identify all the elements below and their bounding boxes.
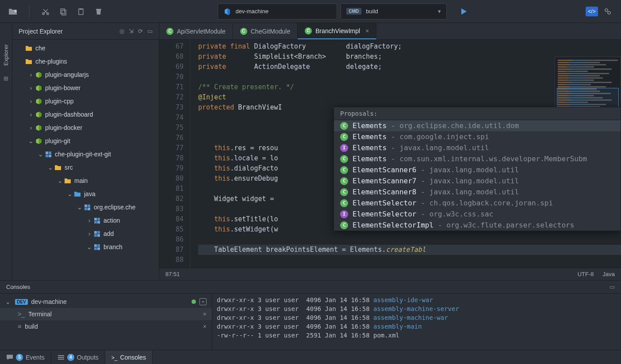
tree-node[interactable]: ›plugin-cpp [12, 95, 159, 108]
proposal-item[interactable]: CElementSelector - ch.qos.logback.core.j… [334, 197, 621, 209]
svg-rect-11 [49, 155, 51, 157]
new-file-button[interactable] [7, 5, 19, 18]
terminal-output[interactable]: drwxr-xr-x 3 user user 4096 Jan 14 16:58… [212, 294, 621, 350]
panel-minimize-icon[interactable]: ▭ [610, 284, 615, 290]
locate-icon[interactable]: ◎ [119, 28, 124, 34]
console-tree-item[interactable]: >_Terminal× [0, 308, 212, 320]
tree-toggle[interactable]: ⌄ [57, 177, 64, 184]
cut-button[interactable] [39, 5, 52, 18]
run-button[interactable] [454, 4, 473, 19]
svg-rect-9 [49, 152, 51, 154]
explorer-tab[interactable]: Explorer [2, 41, 10, 69]
tree-toggle[interactable]: ⌄ [5, 298, 12, 305]
console-tree-item[interactable]: ⌄DEVdev-machine+ [0, 296, 212, 308]
tree-toggle[interactable]: ⌄ [37, 151, 44, 158]
tree-node[interactable]: ›plugin-dashboard [12, 108, 159, 121]
tree-node[interactable]: ›plugin-docker [12, 121, 159, 134]
file-permissions: -rw-r--r-- 1 user user 2591 Jan 14 16:58 [217, 332, 373, 339]
paste-button[interactable] [75, 5, 87, 18]
structure-tab-icon[interactable]: ⊞ [4, 75, 8, 82]
minimize-icon[interactable]: ▭ [147, 28, 153, 34]
tree-toggle[interactable]: ⌄ [27, 137, 34, 144]
tree-toggle[interactable]: ⌄ [86, 243, 93, 250]
console-tree-item[interactable]: ≡build× [0, 320, 212, 333]
tree-toggle[interactable]: ⌄ [66, 190, 73, 197]
proposal-item[interactable]: IElements - javax.lang.model.util [334, 142, 621, 153]
editor-tab[interactable]: CCheGitModule [233, 23, 298, 39]
proposal-item[interactable]: CElementScanner7 - javax.lang.model.util [334, 175, 621, 186]
tree-toggle[interactable]: › [86, 217, 93, 224]
tree-node[interactable]: ›plugin-angularjs [12, 68, 159, 81]
proposal-item[interactable]: IElementSelector - org.w3c.css.sac [334, 209, 621, 220]
copy-button[interactable] [57, 5, 69, 18]
proposal-item[interactable]: CElements - org.eclipse.che.ide.util.dom [334, 120, 621, 131]
tree-node[interactable]: ⌄org.eclipse.che [12, 201, 159, 214]
tree-node[interactable]: ›plugin-bower [12, 81, 159, 95]
tree-toggle[interactable]: › [27, 124, 34, 131]
tree-toggle[interactable]: › [27, 84, 34, 91]
proposal-package: - ch.qos.logback.core.joran.spi [421, 199, 553, 207]
tree-node[interactable]: ⌄che-plugin-git-ext-git [12, 148, 159, 161]
file-language[interactable]: Java [603, 271, 615, 277]
bottom-tab[interactable]: 5Events [0, 350, 51, 364]
tree-icon [93, 244, 101, 250]
settings-icon[interactable] [602, 5, 614, 18]
proposal-package: - javax.lang.model.util [421, 188, 519, 196]
tree-toggle[interactable]: › [27, 71, 34, 78]
bottom-tab[interactable]: >_Consoles [105, 350, 153, 364]
class-icon: C [240, 28, 247, 35]
tree-node[interactable]: ⌄java [12, 187, 159, 201]
tree-label: action [104, 217, 120, 224]
tree-icon [83, 204, 91, 211]
tree-toggle[interactable]: ⌄ [47, 164, 54, 171]
close-icon[interactable]: × [203, 323, 207, 330]
machine-selector[interactable]: dev-machine [218, 4, 337, 19]
tree-toggle[interactable]: ⌄ [76, 204, 83, 211]
list-icon [58, 354, 65, 360]
tree-node[interactable]: ⌄src [12, 161, 159, 174]
editor-tab[interactable]: CBranchViewImpl× [298, 23, 376, 39]
proposal-item[interactable]: CElementSelectorImpl - org.w3c.flute.par… [334, 220, 621, 231]
tree-node[interactable]: ›add [12, 227, 159, 240]
build-icon: ≡ [18, 323, 21, 330]
tree-node[interactable]: ⌄branch [12, 240, 159, 254]
close-icon[interactable]: × [203, 311, 207, 318]
bottom-tab[interactable]: 4Outputs [51, 350, 105, 364]
add-terminal-button[interactable]: + [199, 298, 207, 305]
tree-node[interactable]: ›action [12, 214, 159, 227]
tree-toggle[interactable]: › [27, 98, 34, 105]
tree-node[interactable]: ⌄main [12, 174, 159, 187]
refresh-icon[interactable]: ⟳ [138, 28, 143, 34]
tree-node[interactable]: che-plugins [12, 55, 159, 68]
tree-label: branch [104, 243, 123, 250]
editor-tab[interactable]: CApiServletModule [159, 23, 233, 39]
file-permissions: drwxr-xr-x 3 user user 4096 Jan 14 16:58 [217, 296, 373, 303]
proposal-package: - org.w3c.css.sac [421, 210, 494, 218]
svg-rect-17 [97, 218, 100, 220]
command-selector[interactable]: CMD build ▾ [341, 4, 447, 19]
proposal-item[interactable]: CElements - com.sun.xml.internal.ws.deve… [334, 153, 621, 164]
tree-label: plugin-git [45, 137, 70, 144]
count-badge: 5 [16, 354, 23, 361]
code-view-button[interactable]: </> [586, 7, 598, 16]
tree-node[interactable]: ⌄plugin-git [12, 134, 159, 148]
file-tree[interactable]: cheche-plugins›plugin-angularjs›plugin-b… [12, 40, 159, 280]
tree-toggle[interactable]: › [86, 230, 93, 237]
svg-rect-5 [80, 8, 82, 10]
tree-node[interactable]: che [12, 42, 159, 55]
bottom-tab-bar: 5Events4Outputs>_Consoles [0, 350, 621, 364]
close-icon[interactable]: × [365, 27, 369, 34]
proposal-package: - com.sun.xml.internal.ws.developer.Memb… [391, 155, 587, 163]
proposal-item[interactable]: CElements - com.google.inject.spi [334, 131, 621, 142]
consoles-tree: ⌄DEVdev-machine+>_Terminal×≡build× [0, 294, 212, 350]
delete-button[interactable] [92, 5, 105, 18]
tree-toggle[interactable]: › [27, 111, 34, 118]
tree-icon [34, 111, 42, 118]
collapse-icon[interactable]: ⇲ [129, 28, 134, 34]
proposal-item[interactable]: CElementScanner8 - javax.lang.model.util [334, 186, 621, 197]
editor-status-bar: 87:51 UTF-8 Java [159, 268, 621, 280]
class-icon: C [340, 188, 348, 196]
tree-label: plugin-dashboard [45, 111, 93, 118]
proposal-item[interactable]: CElementScanner6 - javax.lang.model.util [334, 164, 621, 175]
file-encoding[interactable]: UTF-8 [578, 271, 594, 277]
